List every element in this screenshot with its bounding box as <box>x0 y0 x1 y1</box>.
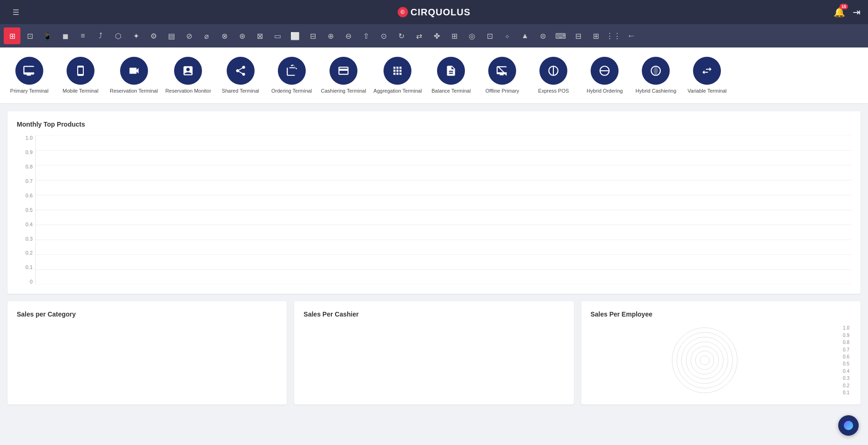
y-label-00: 0 <box>30 279 33 284</box>
y-label-02: 0.2 <box>26 250 33 256</box>
toolbar-bucket-btn[interactable]: ⊙ <box>375 27 392 44</box>
toolbar-wrench-btn[interactable]: ⌀ <box>198 27 215 44</box>
monthly-chart-area: 1.0 0.9 0.8 0.7 0.6 0.5 0.4 0.3 0.2 0.1 … <box>17 135 851 284</box>
toolbar-integration-btn[interactable]: ✤ <box>428 27 445 44</box>
terminal-primary[interactable]: Primary Terminal <box>4 55 55 96</box>
toolbar-tag-btn[interactable]: ✦ <box>128 27 144 44</box>
reservation-terminal-icon <box>120 57 148 85</box>
app-title: CIRQUOLUS <box>410 7 471 18</box>
emp-y-08: 0.8 <box>843 340 849 345</box>
terminal-express[interactable]: Express POS <box>528 55 579 96</box>
logout-button[interactable]: ⇥ <box>853 7 861 18</box>
terminal-row: Primary Terminal Mobile Terminal Reserva… <box>0 47 868 104</box>
toolbar-home-btn[interactable]: ⊞ <box>4 27 20 44</box>
terminal-balance[interactable]: Balance Terminal <box>425 55 477 96</box>
svg-point-24 <box>700 356 709 365</box>
svg-point-20 <box>681 337 728 384</box>
toolbar-keyboard-btn[interactable]: ⌨ <box>552 27 569 44</box>
emp-y-02: 0.2 <box>843 383 849 388</box>
emp-y-01: 0.1 <box>843 390 849 395</box>
offline-primary-label: Offline Primary <box>485 88 519 94</box>
sales-employee-title: Sales Per Employee <box>591 310 851 318</box>
chart-y-axis: 1.0 0.9 0.8 0.7 0.6 0.5 0.4 0.3 0.2 0.1 … <box>17 135 35 284</box>
hamburger-menu[interactable]: ☰ <box>7 4 24 20</box>
sales-category-panel: Sales per Category <box>7 301 287 405</box>
primary-terminal-icon <box>15 57 43 85</box>
toolbar-cashier2-btn[interactable]: ⊞ <box>446 27 463 44</box>
toolbar-cast-btn[interactable]: ⊡ <box>21 27 38 44</box>
y-label-03: 0.3 <box>26 236 33 242</box>
toolbar-share-btn[interactable]: ⤴ <box>92 27 109 44</box>
toolbar-book-btn[interactable]: ⊟ <box>570 27 586 44</box>
aggregation-terminal-label: Aggregation Terminal <box>374 88 422 94</box>
toolbar-box-btn[interactable]: ⬡ <box>110 27 127 44</box>
aggregation-terminal-icon <box>384 57 411 85</box>
sales-cashier-title: Sales Per Cashier <box>303 310 564 318</box>
emp-y-05: 0.5 <box>843 361 849 366</box>
line-chart-svg <box>35 135 851 284</box>
terminal-variable[interactable]: Variable Terminal <box>681 55 733 96</box>
toolbar-back-btn[interactable]: ← <box>623 27 639 44</box>
toolbar-mobile-btn[interactable]: 📱 <box>39 27 56 44</box>
toolbar-monitor-btn[interactable]: ⬜ <box>287 27 303 44</box>
toolbar-doc-btn[interactable]: ▤ <box>163 27 180 44</box>
toolbar-tablet-btn[interactable]: ▭ <box>269 27 286 44</box>
terminal-hybrid-ordering[interactable]: Hybrid Ordering <box>579 55 630 96</box>
terminal-mobile[interactable]: Mobile Terminal <box>55 55 106 96</box>
svg-point-21 <box>686 342 723 379</box>
toolbar-cube-btn[interactable]: ◼ <box>57 27 74 44</box>
toolbar-upload-btn[interactable]: ⇧ <box>357 27 374 44</box>
chart-plot-area <box>35 135 851 284</box>
radar-chart <box>600 325 828 395</box>
main-content: Monthly Top Products 1.0 0.9 0.8 0.7 0.6… <box>0 104 868 412</box>
sales-cashier-panel: Sales Per Cashier <box>294 301 573 405</box>
terminal-ordering[interactable]: Ordering Terminal <box>266 55 317 96</box>
app-logo: © CIRQUOLUS <box>397 7 471 18</box>
variable-terminal-label: Variable Terminal <box>687 88 727 94</box>
toolbar-user-tag-btn[interactable]: ⬦ <box>499 27 516 44</box>
toolbar-chart-btn[interactable]: ⊖ <box>340 27 357 44</box>
notification-button[interactable]: 🔔 15 <box>834 7 845 18</box>
svg-point-22 <box>691 346 719 374</box>
toolbar-user-circle-btn[interactable]: ◎ <box>464 27 480 44</box>
balance-terminal-icon <box>437 57 465 85</box>
toolbar-printer-btn[interactable]: ⊟ <box>304 27 321 44</box>
y-label-01: 0.1 <box>26 265 33 270</box>
terminal-aggregation[interactable]: Aggregation Terminal <box>370 55 426 96</box>
toolbar-triangle-btn[interactable]: ▲ <box>517 27 533 44</box>
terminal-shared[interactable]: Shared Terminal <box>215 55 266 96</box>
reservation-monitor-label: Reservation Monitor <box>165 88 211 94</box>
toolbar-grid-btn[interactable]: ⚙ <box>145 27 162 44</box>
express-pos-label: Express POS <box>538 88 569 94</box>
toolbar-crop-btn[interactable]: ⊠ <box>251 27 268 44</box>
emp-y-07: 0.7 <box>843 347 849 352</box>
logo-icon: © <box>397 7 408 17</box>
toolbar-list-btn[interactable]: ≡ <box>74 27 91 44</box>
toolbar-slash2-btn[interactable]: ⊛ <box>234 27 250 44</box>
toolbar-transfer-btn[interactable]: ⇄ <box>410 27 427 44</box>
toolbar-card-btn[interactable]: ⊡ <box>481 27 498 44</box>
terminal-reservation-monitor[interactable]: Reservation Monitor <box>161 55 215 96</box>
balance-terminal-label: Balance Terminal <box>431 88 471 94</box>
toolbar-refresh-btn[interactable]: ↻ <box>393 27 410 44</box>
toolbar-people-btn[interactable]: ⊕ <box>322 27 339 44</box>
toolbar-apps-btn[interactable]: ⋮⋮ <box>605 27 622 44</box>
reservation-monitor-icon <box>174 57 202 85</box>
terminal-cashiering[interactable]: Cashiering Terminal <box>317 55 370 96</box>
monthly-chart-panel: Monthly Top Products 1.0 0.9 0.8 0.7 0.6… <box>7 111 861 294</box>
terminal-reservation[interactable]: Reservation Terminal <box>106 55 161 96</box>
toolbar-block-btn[interactable]: ⊘ <box>181 27 197 44</box>
toolbar-barchart-btn[interactable]: ⊞ <box>587 27 604 44</box>
offline-primary-icon <box>488 57 516 85</box>
cashiering-terminal-icon <box>330 57 357 85</box>
y-label-10: 1.0 <box>26 135 33 141</box>
emp-y-10: 1.0 <box>843 325 849 330</box>
toolbar-slash1-btn[interactable]: ⊗ <box>216 27 233 44</box>
terminal-hybrid-cashiering[interactable]: Hybrid Cashiering <box>630 55 681 96</box>
ordering-terminal-icon <box>278 57 306 85</box>
top-bar: ☰ © CIRQUOLUS 🔔 15 ⇥ <box>0 0 868 24</box>
terminal-offline[interactable]: Offline Primary <box>477 55 528 96</box>
toolbar-circle-eq-btn[interactable]: ⊜ <box>534 27 551 44</box>
sales-cashier-chart <box>303 325 564 395</box>
y-label-07: 0.7 <box>26 179 33 184</box>
